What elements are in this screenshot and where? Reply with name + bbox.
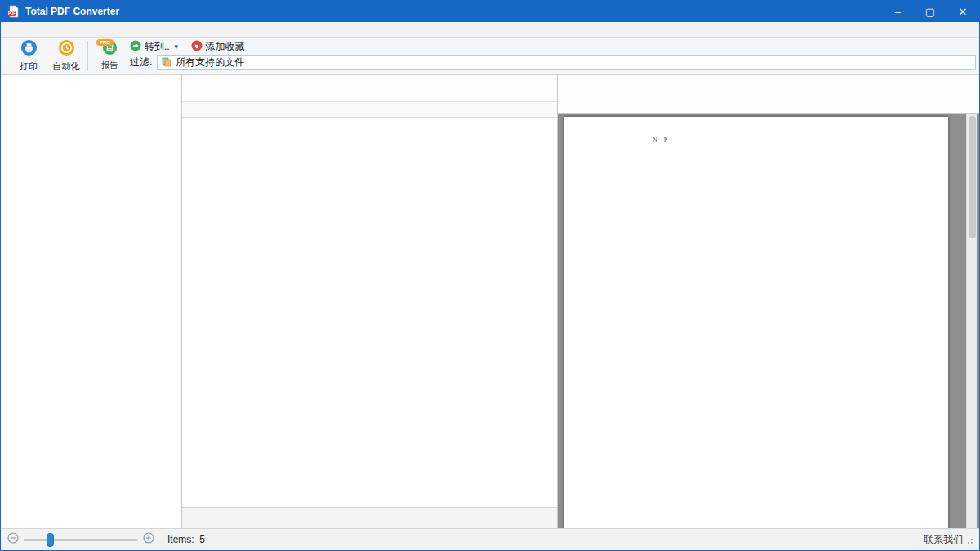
print-button[interactable]: 打印 — [10, 38, 47, 74]
status-bar: Items: 5 联系我们 — [1, 528, 979, 550]
filter-label: 过滤: — [130, 56, 152, 69]
pdf-page: N P — [564, 117, 948, 528]
contact-us-label: 联系我们 — [924, 533, 963, 547]
format-buttons — [1, 38, 4, 74]
goto-icon — [130, 40, 141, 54]
preview-scrollbar[interactable] — [966, 114, 977, 528]
items-count: Items: 5 — [167, 534, 205, 545]
app-window: PDF Total PDF Converter – ▢ ✕ 打印 自动化 PRO… — [0, 0, 980, 551]
menu-bar — [1, 22, 979, 38]
toolbar-separator — [87, 41, 88, 71]
goto-dropdown-caret: ▼ — [173, 43, 180, 51]
app-icon: PDF — [7, 5, 20, 18]
zoom-minus-button[interactable] — [7, 532, 19, 547]
slider-handle[interactable] — [47, 533, 54, 547]
svg-text:PDF: PDF — [8, 11, 16, 16]
toolbar-separator — [7, 41, 7, 71]
report-button[interactable]: PRO 报告 — [96, 39, 123, 73]
automate-button[interactable]: 自动化 — [47, 38, 85, 74]
zoom-plus-button[interactable] — [143, 532, 154, 547]
file-list-panel — [182, 75, 558, 528]
right-header: PRO 报告 转到.. ▼ 添加收藏 过滤: — [91, 38, 979, 74]
add-favorite-button[interactable]: 添加收藏 — [191, 40, 245, 54]
preview-scrollbar-thumb[interactable] — [969, 116, 976, 238]
filter-combobox[interactable]: 所有支持的文件 — [157, 55, 976, 70]
preview-toolbar — [558, 75, 979, 114]
file-list-header — [182, 101, 557, 118]
format-toolbar: 打印 自动化 PRO 报告 转到.. ▼ — [1, 38, 979, 75]
heart-icon — [191, 40, 203, 54]
preview-area: N P — [558, 114, 979, 528]
thumbnail-size-slider[interactable] — [24, 539, 138, 541]
close-button[interactable]: ✕ — [947, 1, 979, 22]
selection-toolbar — [182, 507, 557, 528]
window-title: Total PDF Converter — [25, 6, 119, 17]
maximize-button[interactable]: ▢ — [914, 1, 947, 22]
goto-button[interactable]: 转到.. ▼ — [130, 40, 188, 54]
folder-tree — [1, 75, 182, 528]
preview-panel: N P — [558, 75, 979, 528]
title-bar: PDF Total PDF Converter – ▢ ✕ — [1, 1, 979, 22]
automate-icon — [58, 39, 75, 60]
page-header-text: N P — [653, 136, 924, 144]
filter-files-icon — [162, 56, 172, 69]
minimize-button[interactable]: – — [881, 1, 914, 22]
pro-badge: PRO — [96, 39, 114, 46]
resize-grip[interactable] — [964, 535, 973, 544]
file-list — [182, 118, 557, 507]
file-actions-toolbar — [182, 75, 557, 101]
filter-value: 所有支持的文件 — [176, 56, 244, 69]
print-icon — [20, 39, 38, 60]
